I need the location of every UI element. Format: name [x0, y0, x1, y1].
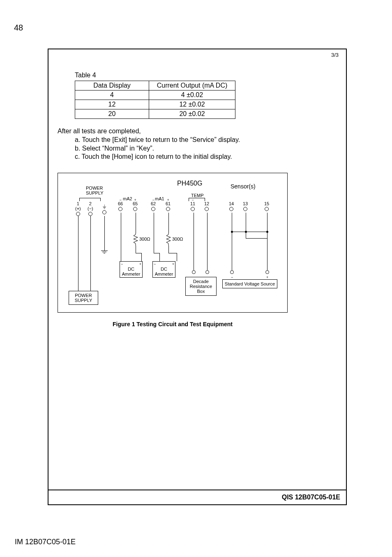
wire [90, 216, 91, 291]
wire [159, 253, 160, 261]
table-row: 12 12 ±0.02 [75, 100, 235, 109]
ammeter-label: DC Ammeter [121, 267, 141, 276]
terminal-13: 13 [243, 198, 248, 211]
table-cell: 4 ±0.02 [149, 91, 235, 100]
after-item: a. Touch the [Exit] twice to return to t… [75, 136, 337, 144]
document-id: IM 12B07C05-01E [15, 538, 76, 546]
terminal-11: − 11 [190, 198, 195, 211]
wire [136, 246, 136, 253]
wire [104, 216, 105, 251]
wire [232, 232, 267, 232]
wire-node-icon [245, 231, 247, 233]
resistor-value: 300Ω [139, 237, 150, 241]
wire [78, 216, 78, 291]
terminal-14: 14 [229, 198, 234, 211]
wire [246, 213, 246, 238]
ammeter-plus: + [172, 262, 174, 267]
wire [78, 291, 90, 291]
wire [168, 253, 177, 253]
terminal-2: 2 (−) [88, 198, 93, 216]
terminal-sign: + [166, 198, 171, 201]
data-table: Data Display Current Output (mA DC) 4 4 … [75, 81, 235, 119]
terminal-ring-icon [133, 207, 137, 211]
wire [207, 213, 208, 270]
table-cell: 12 ±0.02 [149, 100, 235, 109]
terminal-number: 13 [243, 201, 248, 206]
terminal-number: 61 [166, 201, 171, 206]
terminal-sign [243, 198, 248, 201]
terminal-1: 1 (+) [75, 198, 81, 216]
table-cell: 12 [75, 100, 149, 109]
terminal-number: 14 [229, 201, 234, 206]
terminal-number: 11 [190, 201, 195, 206]
terminal-12: 12 [204, 198, 209, 211]
table-caption: Table 4 [75, 72, 337, 79]
terminal-number: 12 [204, 201, 209, 206]
terminal-sign: − [118, 198, 123, 201]
figure-caption: Figure 1 Testing Circuit and Test Equipm… [58, 321, 288, 327]
plug-ring-icon [265, 270, 269, 274]
wire [154, 213, 154, 253]
wire-node-icon [266, 231, 268, 233]
resistor-icon [166, 233, 171, 246]
wire [154, 253, 159, 253]
terminal-sign: − [190, 198, 195, 201]
plug-ring-icon [230, 270, 234, 274]
footer-bar: QIS 12B07C05-01E [48, 490, 346, 504]
figure-diagram: PH450G Sensor(s) POWER SUPPLY TEMP mA2 m… [58, 173, 288, 313]
table-cell: 20 [75, 109, 149, 119]
after-item: c. Touch the [Home] icon to return to th… [75, 153, 337, 161]
after-tests-block: After all tests are completed, a. Touch … [58, 127, 337, 161]
ground-icon [101, 251, 108, 256]
wire [267, 238, 267, 270]
wire [168, 213, 169, 233]
dc-ammeter-box: − + DC Ammeter [120, 261, 143, 278]
ammeter-label: DC Ammeter [154, 267, 174, 276]
wire [168, 246, 169, 253]
resistor-icon [134, 233, 138, 246]
figure-sensor-label: Sensor(s) [231, 183, 256, 190]
terminal-ring-icon [118, 207, 122, 211]
wire [246, 238, 267, 239]
footer-code: QIS 12B07C05-01E [282, 494, 340, 501]
terminal-number: 1 [75, 201, 81, 206]
terminal-61: + 61 [166, 198, 171, 211]
mA1-label: mA1 [155, 196, 164, 201]
table-cell: 20 ±0.02 [149, 109, 235, 119]
power-supply-box: POWER SUPPLY [69, 291, 98, 305]
terminal-ring-icon [229, 207, 233, 211]
terminal-62: − 62 [151, 198, 156, 211]
figure-temp-label: TEMP [191, 193, 204, 198]
wire [177, 253, 177, 261]
table-header: Data Display [75, 81, 149, 91]
wire [136, 213, 136, 233]
wire [267, 213, 267, 238]
terminal-sign [204, 198, 209, 201]
terminal-number: 65 [133, 201, 138, 206]
after-intro: After all tests are completed, [58, 127, 337, 136]
terminal-sign: − [151, 198, 156, 201]
decade-resistance-box: Decade Resistance Box [185, 277, 217, 296]
wire [136, 253, 141, 253]
terminal-sign [264, 198, 269, 201]
terminal-ring-icon [88, 212, 92, 216]
mA2-label: mA2 [123, 196, 132, 201]
terminal-ring-icon [205, 207, 209, 211]
terminal-paren: (+) [75, 206, 81, 211]
terminal-66: − 66 [118, 198, 123, 211]
terminal-65: + 65 [133, 198, 138, 211]
terminal-sign [88, 198, 93, 201]
plug-ring-icon [205, 270, 209, 274]
plug-ring-icon [192, 270, 196, 274]
table-row: 4 4 ±0.02 [75, 91, 235, 100]
terminal-ring-icon [243, 207, 247, 211]
figure-device-title: PH450G [177, 180, 202, 187]
page-indicator: 3/3 [331, 52, 339, 58]
ammeter-plus: + [139, 262, 141, 267]
terminal-ring-icon [76, 212, 80, 216]
terminal-ring-icon [166, 207, 170, 211]
after-item: b. Select “Normal” in “Key”. [75, 144, 337, 153]
voltage-plus: + [266, 275, 268, 279]
terminal-sign: + [133, 198, 138, 201]
page-number: 48 [14, 23, 23, 32]
